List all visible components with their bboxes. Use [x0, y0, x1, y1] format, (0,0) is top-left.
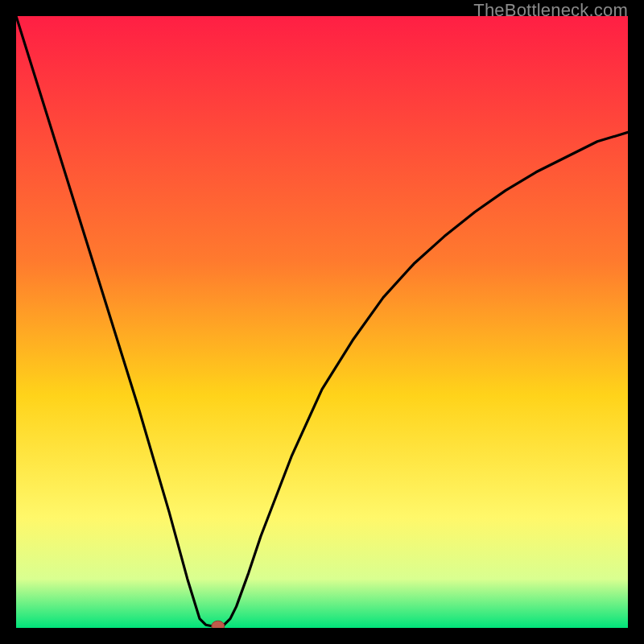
optimum-marker	[212, 621, 225, 628]
chart-frame	[16, 16, 628, 628]
watermark-text: TheBottleneck.com	[473, 0, 628, 21]
gradient-background	[16, 16, 628, 628]
chart-svg	[16, 16, 628, 628]
